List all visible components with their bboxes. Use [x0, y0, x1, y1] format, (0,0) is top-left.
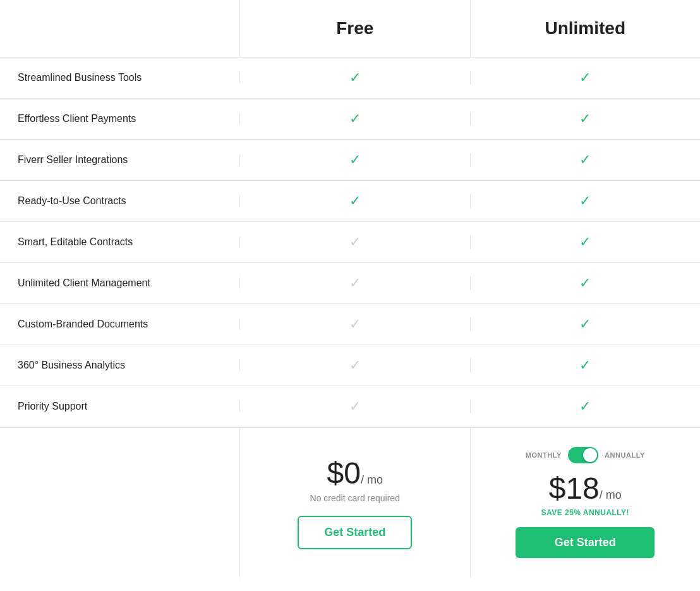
free-check-cell: ✓	[240, 153, 471, 167]
billing-toggle-switch[interactable]	[568, 447, 598, 463]
table-row: Fiverr Seller Integrations✓✓	[0, 140, 700, 181]
header-feature-empty	[0, 0, 240, 57]
check-inactive-icon: ✓	[349, 399, 361, 413]
check-active-icon: ✓	[579, 71, 591, 85]
unlimited-plan-label: Unlimited	[545, 18, 625, 39]
unlimited-check-cell: ✓	[471, 71, 701, 85]
feature-name-cell: Effortless Client Payments	[0, 113, 240, 125]
feature-name-cell: Unlimited Client Management	[0, 277, 240, 289]
check-active-icon: ✓	[579, 194, 591, 208]
check-active-icon: ✓	[579, 276, 591, 290]
check-active-icon: ✓	[349, 112, 361, 126]
free-no-credit: No credit card required	[310, 493, 400, 503]
feature-name-cell: Priority Support	[0, 401, 240, 412]
pricing-footer: $0/ mo No credit card required Get Start…	[0, 427, 700, 577]
unlimited-check-cell: ✓	[471, 358, 701, 372]
check-active-icon: ✓	[579, 399, 591, 413]
feature-name-cell: Streamlined Business Tools	[0, 72, 240, 83]
free-get-started-button[interactable]: Get Started	[298, 516, 412, 549]
table-row: Effortless Client Payments✓✓	[0, 99, 700, 140]
footer-feature-col	[0, 428, 240, 577]
free-check-cell: ✓	[240, 399, 471, 413]
free-per-mo: / mo	[361, 473, 383, 486]
feature-name-cell: Fiverr Seller Integrations	[0, 154, 240, 166]
feature-name-cell: Ready-to-Use Contracts	[0, 195, 240, 207]
free-price-display: $0/ mo	[327, 456, 383, 490]
header-row: Free Unlimited	[0, 0, 700, 58]
unlimited-check-cell: ✓	[471, 194, 701, 208]
check-inactive-icon: ✓	[349, 317, 361, 331]
unlimited-check-cell: ✓	[471, 153, 701, 167]
unlimited-per-mo: / mo	[600, 489, 622, 501]
header-unlimited-plan: Unlimited	[471, 0, 701, 57]
header-free-plan: Free	[240, 0, 471, 57]
footer-unlimited-col: MONTHLY ANNUALLY $18/ mo SAVE 25% ANNUAL…	[471, 428, 701, 577]
free-check-cell: ✓	[240, 317, 471, 331]
unlimited-check-cell: ✓	[471, 276, 701, 290]
billing-toggle: MONTHLY ANNUALLY	[526, 447, 645, 463]
check-inactive-icon: ✓	[349, 276, 361, 290]
check-active-icon: ✓	[579, 153, 591, 167]
feature-name-cell: 360° Business Analytics	[0, 360, 240, 371]
free-price: $0	[327, 456, 361, 490]
table-row: 360° Business Analytics✓✓	[0, 345, 700, 386]
check-active-icon: ✓	[349, 194, 361, 208]
unlimited-check-cell: ✓	[471, 112, 701, 126]
check-active-icon: ✓	[579, 235, 591, 249]
check-active-icon: ✓	[579, 112, 591, 126]
pricing-table: Free Unlimited Streamlined Business Tool…	[0, 0, 700, 577]
free-check-cell: ✓	[240, 112, 471, 126]
toggle-knob	[583, 448, 597, 462]
free-plan-label: Free	[336, 18, 373, 39]
feature-rows: Streamlined Business Tools✓✓Effortless C…	[0, 58, 700, 427]
billing-annually-label: ANNUALLY	[605, 451, 645, 459]
unlimited-check-cell: ✓	[471, 399, 701, 413]
check-active-icon: ✓	[349, 153, 361, 167]
unlimited-get-started-button[interactable]: Get Started	[516, 527, 655, 558]
save-badge: SAVE 25% ANNUALLY!	[541, 508, 629, 517]
check-active-icon: ✓	[579, 317, 591, 331]
table-row: Smart, Editable Contracts✓✓	[0, 222, 700, 263]
footer-free-col: $0/ mo No credit card required Get Start…	[240, 428, 471, 577]
free-check-cell: ✓	[240, 71, 471, 85]
check-inactive-icon: ✓	[349, 235, 361, 249]
unlimited-price: $18	[549, 472, 600, 505]
feature-name-cell: Smart, Editable Contracts	[0, 236, 240, 248]
free-check-cell: ✓	[240, 358, 471, 372]
billing-monthly-label: MONTHLY	[526, 451, 562, 459]
free-check-cell: ✓	[240, 235, 471, 249]
table-row: Unlimited Client Management✓✓	[0, 263, 700, 304]
feature-name-cell: Custom-Branded Documents	[0, 319, 240, 330]
check-inactive-icon: ✓	[349, 358, 361, 372]
free-check-cell: ✓	[240, 194, 471, 208]
unlimited-price-display: $18/ mo	[549, 471, 622, 506]
free-check-cell: ✓	[240, 276, 471, 290]
table-row: Custom-Branded Documents✓✓	[0, 304, 700, 345]
table-row: Streamlined Business Tools✓✓	[0, 58, 700, 99]
check-active-icon: ✓	[579, 358, 591, 372]
unlimited-check-cell: ✓	[471, 317, 701, 331]
check-active-icon: ✓	[349, 71, 361, 85]
table-row: Priority Support✓✓	[0, 386, 700, 427]
table-row: Ready-to-Use Contracts✓✓	[0, 181, 700, 222]
unlimited-check-cell: ✓	[471, 235, 701, 249]
